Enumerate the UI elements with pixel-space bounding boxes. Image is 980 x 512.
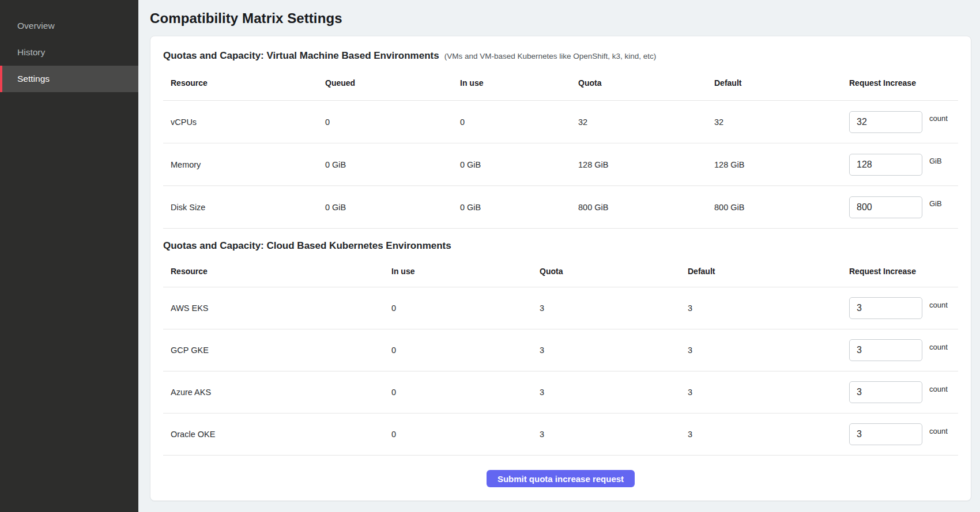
main-content: Compatibility Matrix Settings Quotas and…	[138, 0, 980, 512]
queued-value: 0	[325, 117, 460, 127]
resource-name: AWS EKS	[163, 304, 391, 313]
in-use-value: 0	[391, 346, 540, 355]
queued-value: 0 GiB	[325, 203, 460, 212]
default-value: 3	[688, 430, 849, 439]
quota-value: 32	[578, 117, 714, 127]
resource-name: GCP GKE	[163, 346, 391, 355]
request-increase-cell: count	[849, 381, 958, 403]
default-value: 800 GiB	[714, 203, 849, 212]
oracle-oke-request-input[interactable]	[849, 423, 922, 445]
column-header-quota: Quota	[540, 267, 688, 276]
disk-size-request-input[interactable]	[849, 196, 922, 218]
request-increase-cell: count	[849, 339, 958, 361]
gcp-gke-request-input[interactable]	[849, 339, 922, 361]
request-increase-cell: count	[849, 111, 958, 133]
request-increase-cell: GiB	[849, 196, 958, 218]
column-header-request-increase: Request Increase	[849, 267, 958, 276]
section-title: Quotas and Capacity: Virtual Machine Bas…	[163, 50, 439, 62]
sidebar-item-settings[interactable]: Settings	[0, 66, 138, 92]
unit-label: count	[929, 385, 948, 393]
submit-quota-increase-button[interactable]: Submit quota increase request	[487, 470, 635, 487]
azure-aks-request-input[interactable]	[849, 381, 922, 403]
table-row-azure-aks: Azure AKS 0 3 3 count	[163, 371, 958, 414]
page-title: Compatibility Matrix Settings	[150, 10, 971, 26]
in-use-value: 0	[391, 430, 540, 439]
table-row-oracle-oke: Oracle OKE 0 3 3 count	[163, 414, 958, 456]
table-row-disk-size: Disk Size 0 GiB 0 GiB 800 GiB 800 GiB Gi…	[163, 186, 958, 229]
memory-request-input[interactable]	[849, 154, 922, 176]
section-header: Quotas and Capacity: Virtual Machine Bas…	[163, 50, 958, 62]
section-subtitle: (VMs and VM-based Kubernetes like OpenSh…	[444, 52, 657, 60]
sidebar-item-label: Settings	[17, 74, 50, 84]
card-footer: Submit quota increase request	[163, 456, 958, 487]
default-value: 128 GiB	[714, 160, 849, 169]
in-use-value: 0 GiB	[460, 203, 578, 212]
request-increase-cell: count	[849, 297, 958, 319]
request-increase-cell: GiB	[849, 154, 958, 176]
unit-label: GiB	[929, 199, 942, 208]
unit-label: count	[929, 343, 948, 351]
sidebar-item-label: History	[17, 47, 45, 58]
quota-value: 800 GiB	[578, 203, 714, 212]
in-use-value: 0	[460, 117, 578, 127]
default-value: 3	[688, 346, 849, 355]
unit-label: count	[929, 114, 948, 123]
column-header-quota: Quota	[578, 78, 714, 88]
table-row-memory: Memory 0 GiB 0 GiB 128 GiB 128 GiB GiB	[163, 143, 958, 186]
section-cloud-kubernetes: Quotas and Capacity: Cloud Based Kuberne…	[163, 240, 958, 456]
table-header-row: Resource Queued In use Quota Default Req…	[163, 65, 958, 101]
table-row-aws-eks: AWS EKS 0 3 3 count	[163, 287, 958, 329]
resource-name: Disk Size	[163, 203, 325, 212]
default-value: 3	[688, 388, 849, 397]
quota-value: 3	[540, 430, 688, 439]
in-use-value: 0 GiB	[460, 160, 578, 169]
column-header-queued: Queued	[325, 78, 460, 88]
queued-value: 0 GiB	[325, 160, 460, 169]
column-header-request-increase: Request Increase	[849, 78, 958, 88]
resource-name: Azure AKS	[163, 388, 391, 397]
unit-label: count	[929, 427, 948, 435]
default-value: 3	[688, 304, 849, 313]
vcpus-request-input[interactable]	[849, 111, 922, 133]
table-row-vcpus: vCPUs 0 0 32 32 count	[163, 101, 958, 143]
in-use-value: 0	[391, 304, 540, 313]
column-header-in-use: In use	[460, 78, 578, 88]
table-row-gcp-gke: GCP GKE 0 3 3 count	[163, 329, 958, 371]
section-header: Quotas and Capacity: Cloud Based Kuberne…	[163, 240, 958, 252]
section-vm-environments: Quotas and Capacity: Virtual Machine Bas…	[163, 50, 958, 229]
quota-value: 3	[540, 304, 688, 313]
settings-card: Quotas and Capacity: Virtual Machine Bas…	[150, 36, 971, 501]
request-increase-cell: count	[849, 423, 958, 445]
quota-value: 128 GiB	[578, 160, 714, 169]
column-header-resource: Resource	[163, 267, 391, 276]
unit-label: GiB	[929, 157, 942, 165]
in-use-value: 0	[391, 388, 540, 397]
section-title: Quotas and Capacity: Cloud Based Kuberne…	[163, 240, 451, 252]
sidebar-item-label: Overview	[17, 21, 55, 31]
default-value: 32	[714, 117, 849, 127]
table-header-row: Resource In use Quota Default Request In…	[163, 255, 958, 287]
unit-label: count	[929, 301, 948, 309]
column-header-resource: Resource	[163, 78, 325, 88]
resource-name: vCPUs	[163, 117, 325, 127]
sidebar-item-overview[interactable]: Overview	[0, 13, 138, 39]
column-header-in-use: In use	[391, 267, 540, 276]
resource-name: Memory	[163, 160, 325, 169]
quota-value: 3	[540, 388, 688, 397]
quota-value: 3	[540, 346, 688, 355]
resource-name: Oracle OKE	[163, 430, 391, 439]
column-header-default: Default	[714, 78, 849, 88]
column-header-default: Default	[688, 267, 849, 276]
sidebar: Overview History Settings	[0, 0, 138, 512]
sidebar-item-history[interactable]: History	[0, 39, 138, 66]
aws-eks-request-input[interactable]	[849, 297, 922, 319]
